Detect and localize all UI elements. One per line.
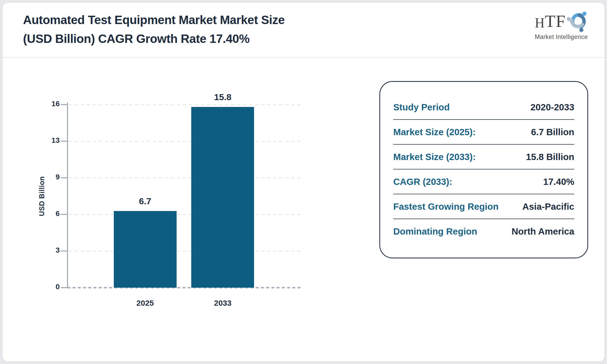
page-title-line2: (USD Billion) CAGR Growth Rate 17.40%: [23, 29, 415, 48]
htf-swirl-icon: [566, 9, 590, 33]
info-row-label: Study Period: [393, 102, 450, 112]
htf-logo-letters-tf: TF: [545, 13, 566, 30]
bar-2025: [114, 211, 177, 288]
info-row-4: CAGR (2033):17.40%: [393, 169, 574, 194]
y-tick-label: 16: [41, 100, 60, 108]
htf-logo: HTF Market Intelligence: [535, 9, 589, 41]
info-row-value: North America: [512, 226, 574, 237]
header-divider: [3, 57, 604, 58]
info-row-6: Dominating RegionNorth America: [393, 219, 574, 243]
screenshot-root: Automated Test Equipment Market Market S…: [0, 0, 607, 364]
gridline: [69, 214, 300, 215]
info-row-label: Fastest Growing Region: [393, 201, 499, 212]
bar-value-label: 15.8: [189, 92, 257, 102]
bar-2033: [191, 107, 254, 288]
htf-logo-row: HTF: [535, 9, 589, 33]
y-tick-label: 13: [41, 136, 60, 145]
gridline: [69, 104, 300, 105]
info-row-label: CAGR (2033):: [393, 177, 452, 187]
gridline: [69, 141, 300, 142]
gridline: [69, 178, 300, 178]
page-title-line1: Automated Test Equipment Market Market S…: [23, 10, 415, 29]
info-row-2: Market Size (2025):6.7 Billion: [393, 120, 574, 145]
info-row-label: Market Size (2025):: [393, 127, 476, 137]
htf-logo-text: HTF: [535, 9, 566, 30]
y-tick-mark: [61, 104, 68, 105]
x-tick-label: 2033: [189, 299, 257, 308]
y-tick-label: 9: [41, 173, 60, 181]
htf-logo-subtitle: Market Intelligence: [535, 33, 589, 41]
page-title: Automated Test Equipment Market Market S…: [23, 10, 415, 48]
info-row-value: 6.7 Billion: [531, 127, 574, 137]
x-axis-baseline: [68, 287, 300, 288]
info-row-1: Study Period2020-2033: [393, 95, 574, 120]
info-row-3: Market Size (2033):15.8 Billion: [393, 145, 574, 169]
y-tick-mark: [61, 141, 68, 142]
info-row-value: 2020-2033: [531, 102, 574, 112]
y-axis-title-box: USD Billion: [33, 105, 50, 288]
key-facts-panel: Study Period2020-2033Market Size (2025):…: [379, 81, 588, 258]
htf-logo-letter-h: H: [535, 16, 545, 30]
gridline: [69, 251, 300, 252]
bar-value-label: 6.7: [111, 196, 179, 206]
y-tick-label: 0: [41, 283, 60, 291]
y-tick-mark: [61, 177, 68, 178]
bar-chart-plot-area: 036913166.7202515.82033: [68, 105, 300, 288]
x-tick-label: 2025: [111, 299, 179, 308]
y-tick-label: 6: [41, 209, 60, 218]
info-row-value: 17.40%: [543, 177, 574, 187]
info-row-value: 15.8 Billion: [526, 152, 574, 162]
info-row-label: Dominating Region: [393, 226, 477, 237]
y-tick-label: 3: [41, 246, 60, 254]
y-axis-line: [67, 103, 68, 288]
info-row-label: Market Size (2033):: [393, 152, 476, 162]
y-tick-mark: [61, 251, 68, 252]
y-tick-mark: [61, 214, 68, 215]
y-tick-mark: [61, 287, 68, 288]
info-row-value: Asia-Pacific: [522, 201, 574, 212]
info-row-5: Fastest Growing RegionAsia-Pacific: [393, 194, 574, 219]
